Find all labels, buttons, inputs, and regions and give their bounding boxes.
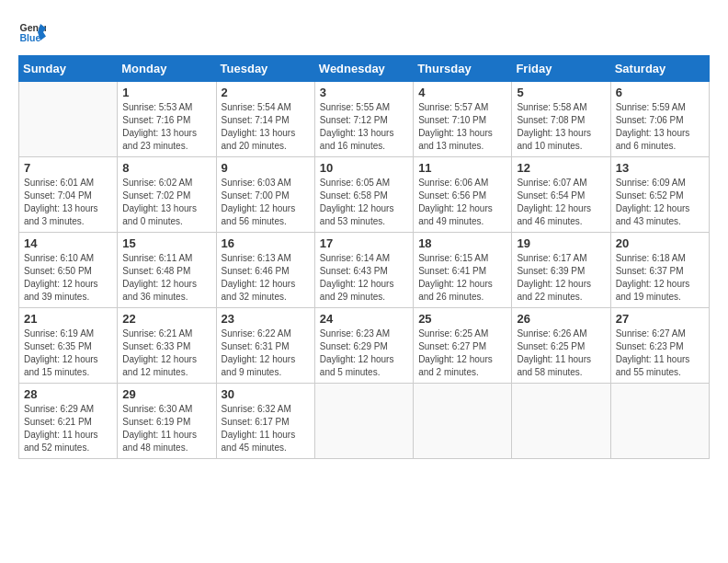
calendar-cell: 2Sunrise: 5:54 AMSunset: 7:14 PMDaylight… xyxy=(216,82,314,157)
cell-content: Sunrise: 6:25 AMSunset: 6:27 PMDaylight:… xyxy=(418,327,506,379)
cell-content: Sunrise: 6:17 AMSunset: 6:39 PMDaylight:… xyxy=(517,252,605,304)
calendar-cell: 15Sunrise: 6:11 AMSunset: 6:48 PMDayligh… xyxy=(118,233,216,308)
calendar-cell: 29Sunrise: 6:30 AMSunset: 6:19 PMDayligh… xyxy=(118,384,216,459)
calendar-cell: 17Sunrise: 6:14 AMSunset: 6:43 PMDayligh… xyxy=(314,233,413,308)
day-number: 1 xyxy=(122,86,210,99)
day-number: 29 xyxy=(122,387,210,401)
calendar-cell xyxy=(512,384,610,459)
svg-text:Blue: Blue xyxy=(20,32,41,43)
header-cell-sunday: Sunday xyxy=(19,56,118,82)
calendar-cell: 3Sunrise: 5:55 AMSunset: 7:12 PMDaylight… xyxy=(314,82,413,157)
cell-content: Sunrise: 6:13 AMSunset: 6:46 PMDaylight:… xyxy=(222,252,310,304)
day-number: 14 xyxy=(24,236,112,250)
header: General Blue xyxy=(18,18,710,46)
week-row-5: 28Sunrise: 6:29 AMSunset: 6:21 PMDayligh… xyxy=(19,384,710,459)
logo: General Blue xyxy=(18,18,50,46)
day-number: 8 xyxy=(122,161,210,175)
cell-content: Sunrise: 6:07 AMSunset: 6:54 PMDaylight:… xyxy=(517,177,605,228)
calendar-cell: 1Sunrise: 5:53 AMSunset: 7:16 PMDaylight… xyxy=(118,82,216,157)
cell-content: Sunrise: 6:29 AMSunset: 6:21 PMDaylight:… xyxy=(24,403,112,454)
header-cell-friday: Friday xyxy=(512,56,610,82)
day-number: 7 xyxy=(24,161,112,175)
calendar-cell xyxy=(314,384,413,459)
cell-content: Sunrise: 6:15 AMSunset: 6:41 PMDaylight:… xyxy=(418,252,506,304)
cell-content: Sunrise: 5:55 AMSunset: 7:12 PMDaylight:… xyxy=(320,101,408,153)
calendar-cell: 10Sunrise: 6:05 AMSunset: 6:58 PMDayligh… xyxy=(314,157,413,233)
day-number: 9 xyxy=(222,161,310,175)
cell-content: Sunrise: 6:02 AMSunset: 7:02 PMDaylight:… xyxy=(122,177,210,228)
day-number: 25 xyxy=(418,312,506,326)
calendar-cell xyxy=(610,384,709,459)
calendar-cell: 14Sunrise: 6:10 AMSunset: 6:50 PMDayligh… xyxy=(19,233,118,308)
calendar-cell: 8Sunrise: 6:02 AMSunset: 7:02 PMDaylight… xyxy=(118,157,216,233)
cell-content: Sunrise: 5:54 AMSunset: 7:14 PMDaylight:… xyxy=(222,101,310,153)
day-number: 18 xyxy=(418,236,506,250)
cell-content: Sunrise: 6:27 AMSunset: 6:23 PMDaylight:… xyxy=(616,327,704,379)
calendar-cell: 26Sunrise: 6:26 AMSunset: 6:25 PMDayligh… xyxy=(512,308,610,384)
cell-content: Sunrise: 6:23 AMSunset: 6:29 PMDaylight:… xyxy=(320,327,408,379)
calendar-cell: 11Sunrise: 6:06 AMSunset: 6:56 PMDayligh… xyxy=(414,157,512,233)
day-number: 27 xyxy=(616,312,704,326)
week-row-3: 14Sunrise: 6:10 AMSunset: 6:50 PMDayligh… xyxy=(19,233,710,308)
cell-content: Sunrise: 6:18 AMSunset: 6:37 PMDaylight:… xyxy=(616,252,704,304)
calendar-cell: 24Sunrise: 6:23 AMSunset: 6:29 PMDayligh… xyxy=(314,308,413,384)
day-number: 5 xyxy=(517,86,605,99)
cell-content: Sunrise: 6:06 AMSunset: 6:56 PMDaylight:… xyxy=(418,177,506,228)
cell-content: Sunrise: 6:19 AMSunset: 6:35 PMDaylight:… xyxy=(24,327,112,379)
calendar-cell: 18Sunrise: 6:15 AMSunset: 6:41 PMDayligh… xyxy=(414,233,512,308)
logo-icon: General Blue xyxy=(18,18,46,46)
header-cell-wednesday: Wednesday xyxy=(314,56,413,82)
calendar-cell: 22Sunrise: 6:21 AMSunset: 6:33 PMDayligh… xyxy=(118,308,216,384)
calendar-cell: 4Sunrise: 5:57 AMSunset: 7:10 PMDaylight… xyxy=(414,82,512,157)
day-number: 22 xyxy=(122,312,210,326)
cell-content: Sunrise: 6:01 AMSunset: 7:04 PMDaylight:… xyxy=(24,177,112,228)
day-number: 4 xyxy=(418,86,506,99)
calendar: SundayMondayTuesdayWednesdayThursdayFrid… xyxy=(18,55,710,459)
day-number: 6 xyxy=(616,86,704,99)
calendar-cell: 16Sunrise: 6:13 AMSunset: 6:46 PMDayligh… xyxy=(216,233,314,308)
day-number: 28 xyxy=(24,387,112,401)
day-number: 26 xyxy=(517,312,605,326)
header-cell-thursday: Thursday xyxy=(414,56,512,82)
calendar-cell: 20Sunrise: 6:18 AMSunset: 6:37 PMDayligh… xyxy=(610,233,709,308)
week-row-1: 1Sunrise: 5:53 AMSunset: 7:16 PMDaylight… xyxy=(19,82,710,157)
cell-content: Sunrise: 6:22 AMSunset: 6:31 PMDaylight:… xyxy=(222,327,310,379)
calendar-cell: 25Sunrise: 6:25 AMSunset: 6:27 PMDayligh… xyxy=(414,308,512,384)
cell-content: Sunrise: 6:05 AMSunset: 6:58 PMDaylight:… xyxy=(320,177,408,228)
calendar-cell: 23Sunrise: 6:22 AMSunset: 6:31 PMDayligh… xyxy=(216,308,314,384)
cell-content: Sunrise: 5:58 AMSunset: 7:08 PMDaylight:… xyxy=(517,101,605,153)
day-number: 16 xyxy=(222,236,310,250)
calendar-cell: 13Sunrise: 6:09 AMSunset: 6:52 PMDayligh… xyxy=(610,157,709,233)
day-number: 13 xyxy=(616,161,704,175)
cell-content: Sunrise: 6:10 AMSunset: 6:50 PMDaylight:… xyxy=(24,252,112,304)
day-number: 30 xyxy=(222,387,310,401)
cell-content: Sunrise: 6:14 AMSunset: 6:43 PMDaylight:… xyxy=(320,252,408,304)
header-cell-saturday: Saturday xyxy=(610,56,709,82)
day-number: 17 xyxy=(320,236,408,250)
day-number: 3 xyxy=(320,86,408,99)
calendar-cell: 6Sunrise: 5:59 AMSunset: 7:06 PMDaylight… xyxy=(610,82,709,157)
calendar-cell: 27Sunrise: 6:27 AMSunset: 6:23 PMDayligh… xyxy=(610,308,709,384)
calendar-cell: 12Sunrise: 6:07 AMSunset: 6:54 PMDayligh… xyxy=(512,157,610,233)
day-number: 12 xyxy=(517,161,605,175)
day-number: 19 xyxy=(517,236,605,250)
cell-content: Sunrise: 6:21 AMSunset: 6:33 PMDaylight:… xyxy=(122,327,210,379)
day-number: 21 xyxy=(24,312,112,326)
calendar-cell: 19Sunrise: 6:17 AMSunset: 6:39 PMDayligh… xyxy=(512,233,610,308)
cell-content: Sunrise: 6:09 AMSunset: 6:52 PMDaylight:… xyxy=(616,177,704,228)
cell-content: Sunrise: 5:59 AMSunset: 7:06 PMDaylight:… xyxy=(616,101,704,153)
week-row-2: 7Sunrise: 6:01 AMSunset: 7:04 PMDaylight… xyxy=(19,157,710,233)
cell-content: Sunrise: 6:11 AMSunset: 6:48 PMDaylight:… xyxy=(122,252,210,304)
calendar-cell: 5Sunrise: 5:58 AMSunset: 7:08 PMDaylight… xyxy=(512,82,610,157)
calendar-cell xyxy=(414,384,512,459)
day-number: 24 xyxy=(320,312,408,326)
day-number: 10 xyxy=(320,161,408,175)
calendar-cell: 21Sunrise: 6:19 AMSunset: 6:35 PMDayligh… xyxy=(19,308,118,384)
header-cell-tuesday: Tuesday xyxy=(216,56,314,82)
cell-content: Sunrise: 6:30 AMSunset: 6:19 PMDaylight:… xyxy=(122,403,210,454)
day-number: 15 xyxy=(122,236,210,250)
header-cell-monday: Monday xyxy=(118,56,216,82)
week-row-4: 21Sunrise: 6:19 AMSunset: 6:35 PMDayligh… xyxy=(19,308,710,384)
day-number: 2 xyxy=(222,86,310,99)
calendar-cell: 9Sunrise: 6:03 AMSunset: 7:00 PMDaylight… xyxy=(216,157,314,233)
